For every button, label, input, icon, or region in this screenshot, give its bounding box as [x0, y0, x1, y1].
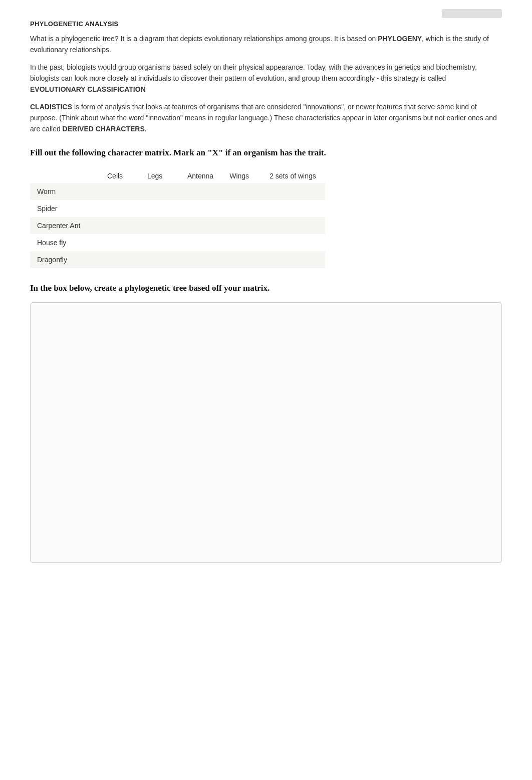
p2-bold-evolutionary: EVOLUTIONARY CLASSIFICATION — [30, 85, 146, 93]
paragraph-2: In the past, biologists would group orga… — [30, 62, 502, 95]
col-header-cells: Cells — [100, 167, 140, 183]
page: PHYLOGENETIC ANALYSIS What is a phylogen… — [0, 0, 532, 780]
cell-housefly-legs[interactable] — [140, 234, 180, 251]
p1-bold-phylogeny: PHYLOGENY — [378, 35, 422, 43]
p3-bold-cladistics: CLADISTICS — [30, 103, 72, 111]
table-row: Spider — [30, 200, 325, 217]
paragraph-3: CLADISTICS is form of analysis that look… — [30, 102, 502, 134]
cell-spider-wings[interactable] — [222, 200, 262, 217]
table-row: Worm — [30, 183, 325, 200]
cell-worm-twosets[interactable] — [262, 183, 325, 200]
cell-worm-wings[interactable] — [222, 183, 262, 200]
cell-spider-legs[interactable] — [140, 200, 180, 217]
cell-carpenterant-cells[interactable] — [100, 217, 140, 234]
cell-carpenterant-antenna[interactable] — [180, 217, 222, 234]
paragraph-1: What is a phylogenetic tree? It is a dia… — [30, 34, 502, 55]
col-header-antenna: Antenna — [180, 167, 222, 183]
table-row: House fly — [30, 234, 325, 251]
cell-housefly-cells[interactable] — [100, 234, 140, 251]
organism-worm: Worm — [30, 183, 100, 200]
matrix-container: Cells Legs Antenna Wings 2 sets of wings… — [30, 167, 502, 268]
cell-worm-legs[interactable] — [140, 183, 180, 200]
organism-spider: Spider — [30, 200, 100, 217]
box-heading: In the box below, create a phylogenetic … — [30, 282, 502, 294]
top-bar-decoration — [442, 9, 502, 18]
p3-period: . — [145, 125, 147, 133]
col-header-wings: Wings — [222, 167, 262, 183]
cell-carpenterant-wings[interactable] — [222, 217, 262, 234]
cell-worm-cells[interactable] — [100, 183, 140, 200]
cell-dragonfly-antenna[interactable] — [180, 251, 222, 268]
cell-housefly-wings[interactable] — [222, 234, 262, 251]
matrix-heading: Fill out the following character matrix.… — [30, 147, 502, 159]
cell-housefly-antenna[interactable] — [180, 234, 222, 251]
matrix-header-row: Cells Legs Antenna Wings 2 sets of wings — [30, 167, 325, 183]
cell-spider-antenna[interactable] — [180, 200, 222, 217]
phylogenetic-tree-drawing-box[interactable] — [30, 302, 502, 563]
cell-spider-cells[interactable] — [100, 200, 140, 217]
col-header-organism — [30, 167, 100, 183]
organism-housefly: House fly — [30, 234, 100, 251]
table-row: Dragonfly — [30, 251, 325, 268]
table-row: Carpenter Ant — [30, 217, 325, 234]
col-header-legs: Legs — [140, 167, 180, 183]
cell-dragonfly-twosets[interactable] — [262, 251, 325, 268]
cell-carpenterant-twosets[interactable] — [262, 217, 325, 234]
section-title: PHYLOGENETIC ANALYSIS — [30, 20, 502, 28]
cell-carpenterant-legs[interactable] — [140, 217, 180, 234]
character-matrix: Cells Legs Antenna Wings 2 sets of wings… — [30, 167, 325, 268]
cell-dragonfly-wings[interactable] — [222, 251, 262, 268]
p1-text-1: What is a phylogenetic tree? It is a dia… — [30, 35, 378, 43]
cell-worm-antenna[interactable] — [180, 183, 222, 200]
col-header-two-sets: 2 sets of wings — [262, 167, 325, 183]
cell-dragonfly-legs[interactable] — [140, 251, 180, 268]
p3-bold-derived: DERIVED CHARACTERS — [63, 125, 145, 133]
p2-text-1: In the past, biologists would group orga… — [30, 63, 477, 82]
cell-housefly-twosets[interactable] — [262, 234, 325, 251]
cell-dragonfly-cells[interactable] — [100, 251, 140, 268]
organism-dragonfly: Dragonfly — [30, 251, 100, 268]
cell-spider-twosets[interactable] — [262, 200, 325, 217]
organism-carpenter-ant: Carpenter Ant — [30, 217, 100, 234]
